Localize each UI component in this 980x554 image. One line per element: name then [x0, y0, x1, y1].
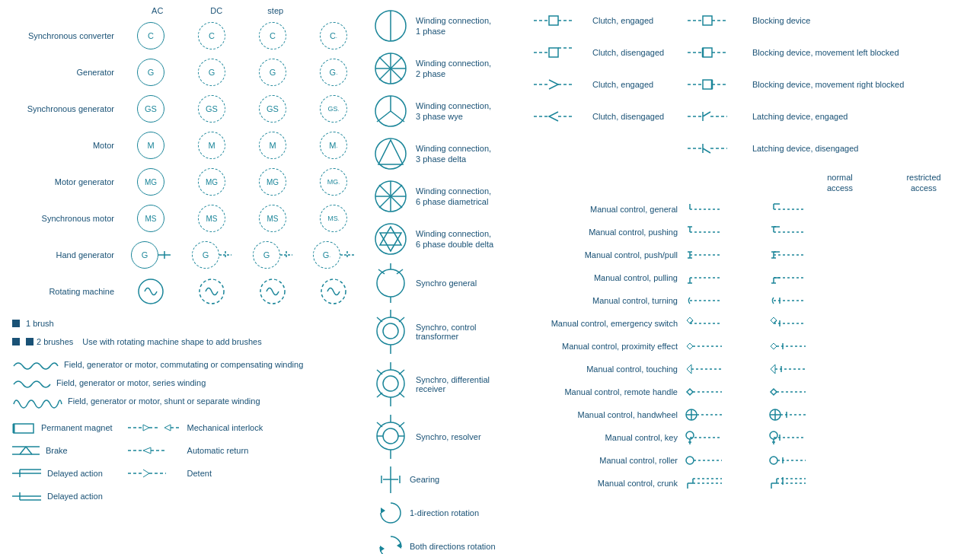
icon-1phase [372, 7, 410, 45]
col-header-extra [305, 6, 365, 15]
machine-row-gen: Generator G G G G. [6, 55, 364, 90]
label-sync-motor: Synchronous motor [6, 214, 120, 223]
machine-row-sync-motor: Synchronous motor MS MS MS MS. [6, 201, 364, 236]
mc-general-label: Manual control, general [531, 205, 684, 214]
mc-pushpull-restricted [768, 247, 851, 263]
circle-sym: G [192, 241, 219, 269]
text-1phase: Winding connection,1 phase [410, 15, 491, 37]
sym-blocking-device [684, 12, 752, 29]
svg-line-72 [377, 393, 382, 397]
misc-col-left: Permanent magnet Brake [12, 419, 113, 507]
synchro-general: Synchro general [372, 262, 531, 304]
mc-turning: Manual control, turning [531, 290, 973, 311]
svg-line-81 [399, 422, 404, 427]
mc-turning-restricted [768, 292, 851, 309]
sym-cell: M [120, 132, 181, 159]
mc-crunk: Manual control, crunk [531, 473, 973, 494]
mc-pushing-label: Manual control, pushing [531, 228, 684, 237]
middle-panel: Winding connection,1 phase Winding conne… [364, 6, 531, 548]
col-header-step: step [246, 6, 305, 15]
mc-roller-label: Manual control, roller [531, 456, 684, 465]
symbols-motor-gen: MG MG MG MG. [120, 168, 364, 196]
winding-row-3: Field, generator or motor, shunt or sepa… [12, 393, 364, 409]
svg-line-17 [26, 447, 32, 454]
svg-point-180 [686, 457, 694, 464]
svg-line-64 [377, 317, 382, 322]
symbols-motor: M M M M. [120, 132, 364, 159]
symbols-sync-conv: C C C C. [120, 22, 364, 49]
header-restricted: restrictedaccess [882, 172, 966, 194]
mc-key: Manual control, key [531, 427, 973, 448]
svg-marker-88 [380, 546, 385, 552]
row-clutch-last: Latching device, disengaged [531, 134, 973, 163]
row-clutch-engaged2: Clutch, engaged Blocking device, movemen… [531, 70, 973, 99]
mech-interlock-label: Mechanical interlock [187, 423, 263, 432]
brush-label-1: 1 brush [26, 319, 54, 328]
svg-rect-12 [14, 424, 34, 433]
winding-label-3: Field, generator or motor, shunt or sepa… [68, 396, 260, 406]
mc-pulling-label: Manual control, pulling [531, 273, 684, 282]
circle-sym: GS [259, 95, 286, 123]
mc-pushing: Manual control, pushing [531, 221, 973, 243]
mc-general-restricted [768, 201, 851, 218]
misc-auto-return: Automatic return [128, 441, 263, 460]
detent-label: Detent [187, 469, 212, 478]
svg-line-73 [399, 393, 404, 397]
sym-cell: MS. [303, 205, 364, 232]
icon-synchro-diff [372, 359, 410, 409]
icon-6diam [372, 177, 410, 215]
column-headers: AC DC step [6, 6, 364, 15]
circle-sym-ac: C [137, 22, 164, 49]
winding-conn-1phase: Winding connection,1 phase [372, 6, 531, 46]
sym-clutch-dis-1 [531, 44, 592, 61]
sym-cell: GS [242, 95, 303, 123]
text-synchro-general: Synchro general [410, 279, 477, 288]
col-header-ac: AC [128, 6, 187, 15]
circle-sym: M [259, 132, 286, 159]
mc-general-normal [684, 201, 768, 218]
svg-marker-46 [378, 140, 403, 164]
svg-rect-90 [549, 16, 558, 25]
text-synchro-diff: Synchro, differentialreceiver [410, 375, 490, 393]
circle-sym: MS. [320, 205, 347, 232]
both-dir-rotation: Both directions rotation [372, 531, 531, 554]
icon-synchro-resolver [372, 412, 410, 461]
mc-pulling-normal [684, 269, 768, 286]
sym-cell: GS [120, 95, 181, 123]
mc-emergency-restricted [768, 315, 851, 332]
header-normal: normalaccess [798, 172, 882, 194]
svg-line-112 [703, 112, 710, 116]
mc-touching-normal [684, 361, 768, 377]
circle-sym: MS [259, 205, 286, 232]
sym-cell: MG [120, 168, 181, 196]
misc-perm-magnet: Permanent magnet [12, 419, 113, 437]
label-motor: Motor [6, 141, 120, 150]
winding-label-1: Field, generator or motor, commutating o… [64, 360, 303, 369]
svg-line-44 [391, 111, 404, 122]
circle-sym: G [198, 59, 225, 86]
mc-pushing-restricted [768, 224, 851, 240]
svg-marker-54 [380, 233, 401, 251]
winding-row-1: Field, generator or motor, commutating o… [12, 356, 364, 373]
symbols-sync-gen: GS GS GS GS. [120, 95, 364, 123]
sym-cell: G. [303, 241, 364, 269]
label-latch-dis: Latching device, disengaged [752, 144, 858, 153]
svg-rect-93 [703, 16, 712, 25]
sym-clutch-engaged-2 [531, 76, 592, 93]
circle-sym: MG. [320, 168, 347, 196]
sym-cell: MS [120, 205, 181, 232]
delayed-label-1: Delayed action [47, 469, 103, 478]
circle-sym-dc: C [198, 22, 225, 49]
label-motor-gen: Motor generator [6, 177, 120, 186]
synchro-diff-receiver: Synchro, differentialreceiver [372, 359, 531, 409]
sym-cell: G. [303, 59, 364, 86]
delayed-label-2: Delayed action [47, 492, 103, 501]
label-rot: Rotating machine [6, 287, 120, 296]
circle-sym: G [137, 59, 164, 86]
mc-pulling-restricted [768, 269, 851, 286]
label-latch-engaged: Latching device, engaged [752, 112, 848, 121]
svg-rect-96 [549, 48, 558, 57]
circle-sym: GS. [320, 95, 347, 123]
mc-crunk-normal [684, 475, 768, 492]
both-dir-label: Both directions rotation [410, 542, 496, 551]
